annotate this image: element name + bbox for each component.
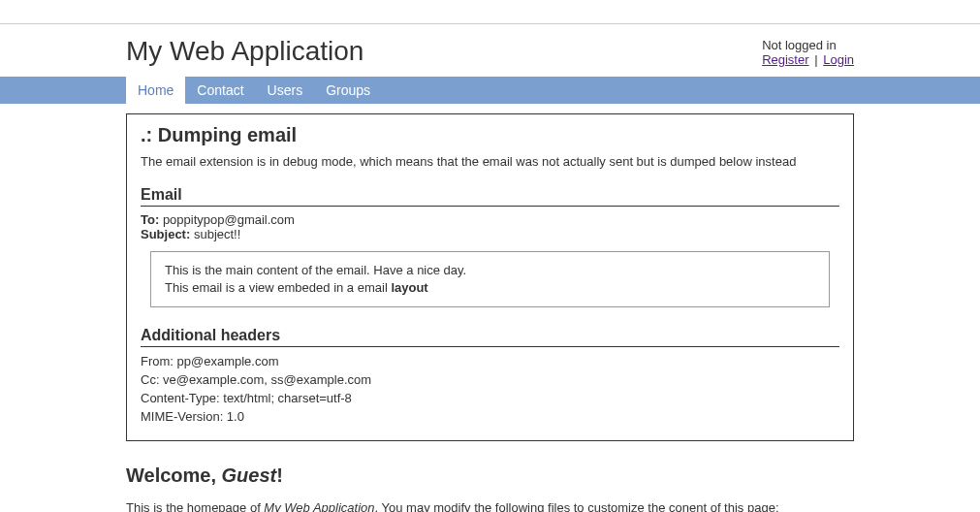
menu-item-users[interactable]: Users [256,77,315,104]
homepage-description: This is the homepage of My Web Applicati… [126,500,854,512]
header-line: Cc: ve@example.com, ss@example.com [141,371,839,390]
register-link[interactable]: Register [762,52,808,67]
page-title: My Web Application [126,36,364,67]
login-link[interactable]: Login [823,52,854,67]
user-box: Not logged in Register | Login [762,36,854,67]
menu-item-groups[interactable]: Groups [314,77,382,104]
header-line: Content-Type: text/html; charset=utf-8 [141,390,839,408]
header: My Web Application Not logged in Registe… [0,24,980,77]
email-body-line: This is the main content of the email. H… [165,262,815,279]
header-line: MIME-Version: 1.0 [141,408,839,427]
to-label: To: [141,212,159,227]
dump-description: The email extension is in debug mode, wh… [141,154,839,169]
menu-item-home[interactable]: Home [126,77,185,104]
header-line: From: pp@example.com [141,353,839,371]
main-menu: Home Contact Users Groups [0,77,980,104]
email-body-line: This email is a view embeded in a email … [165,279,815,297]
email-meta: To: poppitypop@gmail.com Subject: subjec… [141,212,839,241]
email-body: This is the main content of the email. H… [150,251,830,307]
dump-title: .: Dumping email [141,124,839,146]
to-value: poppitypop@gmail.com [163,212,295,227]
subject-value: subject!! [194,227,240,241]
subject-label: Subject: [141,227,190,241]
additional-headers-heading: Additional headers [141,327,839,347]
login-status: Not logged in [762,38,854,52]
welcome-heading: Welcome, Guest! [126,464,854,487]
email-dump-panel: .: Dumping email The email extension is … [126,113,854,441]
email-section-heading: Email [141,186,839,207]
separator: | [814,52,817,67]
menu-item-contact[interactable]: Contact [185,77,255,104]
additional-headers: From: pp@example.com Cc: ve@example.com,… [141,353,839,426]
